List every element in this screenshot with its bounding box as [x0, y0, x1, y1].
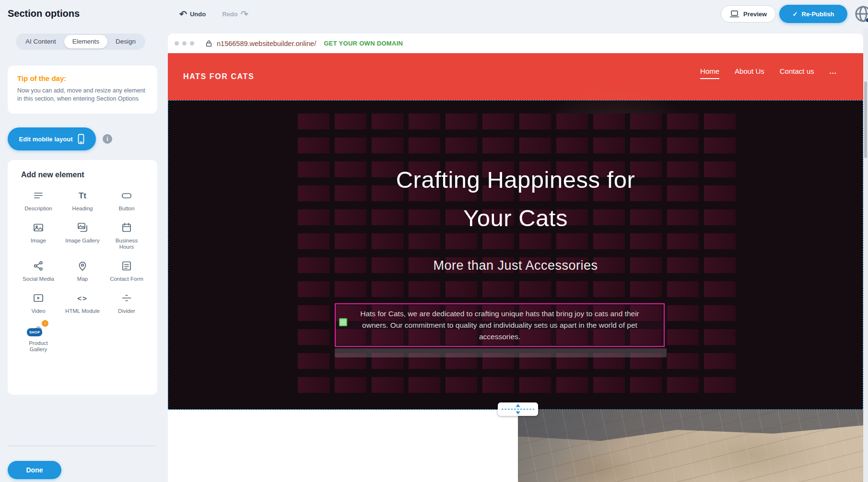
hero-subtitle[interactable]: More than Just Accessories [168, 258, 863, 273]
element-product-gallery[interactable]: SHOP ↑ Product Gallery [16, 323, 60, 353]
nav-more-menu[interactable]: ... [829, 67, 837, 79]
info-icon[interactable]: i [103, 134, 112, 144]
video-icon [32, 291, 45, 305]
site-header: HATS FOR CATS Home About Us Contact us .… [168, 53, 863, 100]
hero-description: Hats for Cats, we are dedicated to craft… [348, 308, 651, 343]
image-gallery-icon [76, 221, 89, 234]
product-gallery-icon: SHOP ↑ [32, 323, 45, 337]
redo-button[interactable]: Redo ↷ [222, 10, 248, 19]
element-social-media[interactable]: Social Media [16, 259, 60, 282]
phone-icon [78, 134, 84, 144]
undo-icon: ↶ [179, 10, 187, 19]
edit-mobile-layout-button[interactable]: Edit mobile layout [8, 127, 96, 150]
lock-icon [206, 40, 212, 47]
element-placeholder-bar [335, 348, 667, 357]
check-icon: ✓ [793, 11, 798, 18]
pavement-photo [518, 410, 863, 482]
republish-label: Re-Publish [802, 11, 834, 18]
add-element-title: Add new element [16, 171, 149, 179]
tab-ai-content[interactable]: AI Content [17, 35, 64, 48]
business-hours-icon [120, 221, 133, 234]
vertical-scrollbar[interactable] [863, 28, 868, 482]
get-domain-link[interactable]: GET YOUR OWN DOMAIN [324, 40, 403, 47]
hero-title[interactable]: Crafting Happiness for Your Cats [168, 161, 863, 237]
nav-about-us[interactable]: About Us [735, 67, 764, 79]
tab-design[interactable]: Design [107, 35, 144, 48]
element-image[interactable]: Image [16, 221, 60, 250]
redo-label: Redo [222, 11, 238, 18]
element-heading[interactable]: Tt Heading [60, 189, 105, 212]
map-pin-icon [76, 259, 89, 273]
element-html-module[interactable]: <> HTML Module [60, 291, 105, 314]
shop-upgrade-icon: ↑ [42, 320, 48, 327]
description-icon [32, 189, 45, 202]
notification-dot [866, 18, 868, 22]
site-nav: Home About Us Contact us ... [700, 67, 837, 79]
window-control-dots [175, 41, 194, 46]
site-url[interactable]: n1566589.websitebuilder.online/ [217, 40, 316, 47]
redo-icon: ↷ [241, 10, 248, 19]
tip-body: Now you can add, move and resize any ele… [17, 87, 148, 103]
social-media-icon [32, 259, 45, 273]
element-grid: Description Tt Heading Button Image Imag… [16, 189, 149, 353]
divider-icon [120, 291, 133, 305]
add-element-panel: Add new element Description Tt Heading B… [8, 160, 157, 395]
image-icon [32, 221, 45, 234]
element-image-gallery[interactable]: Image Gallery [60, 221, 105, 250]
element-business-hours[interactable]: Business Hours [105, 221, 149, 250]
element-contact-form[interactable]: Contact Form [105, 259, 149, 282]
scrollbar-thumb[interactable] [864, 81, 867, 158]
undo-redo-group: ↶ Undo Redo ↷ [179, 0, 248, 28]
element-drag-handle[interactable] [339, 318, 347, 326]
edit-mobile-label: Edit mobile layout [19, 136, 73, 143]
republish-button[interactable]: ✓ Re-Publish [779, 5, 847, 23]
element-map[interactable]: Map [60, 259, 105, 282]
site-logo[interactable]: HATS FOR CATS [183, 72, 254, 81]
element-description[interactable]: Description [16, 189, 60, 212]
preview-icon [730, 10, 739, 18]
element-divider[interactable]: Divider [105, 291, 149, 314]
tab-elements[interactable]: Elements [64, 35, 107, 48]
nav-contact-us[interactable]: Contact us [780, 67, 814, 79]
hero-section[interactable]: Crafting Happiness for Your Cats More th… [168, 100, 863, 410]
button-icon [120, 189, 133, 202]
undo-label: Undo [190, 11, 206, 18]
tip-of-the-day-card: Tip of the day: Now you can add, move an… [8, 66, 157, 114]
undo-button[interactable]: ↶ Undo [179, 10, 206, 19]
element-button[interactable]: Button [105, 189, 149, 212]
next-section[interactable] [168, 410, 863, 482]
selected-text-element[interactable]: Hats for Cats, we are dedicated to craft… [335, 303, 665, 347]
preview-label: Preview [743, 11, 767, 18]
heading-icon: Tt [76, 189, 89, 202]
nav-home[interactable]: Home [700, 67, 719, 79]
browser-bar: n1566589.websitebuilder.online/ GET YOUR… [168, 34, 863, 53]
section-resize-handle[interactable] [498, 402, 538, 416]
tip-title: Tip of the day: [17, 74, 148, 82]
preview-button[interactable]: Preview [721, 5, 776, 23]
page-title: Section options [8, 8, 80, 19]
sidebar-tabs: AI Content Elements Design [16, 34, 145, 50]
html-module-icon: <> [76, 291, 89, 305]
contact-form-icon [120, 259, 133, 273]
element-video[interactable]: Video [16, 291, 60, 314]
photo-texture [518, 410, 863, 482]
shop-badge: SHOP [27, 328, 42, 336]
done-button[interactable]: Done [8, 461, 61, 479]
sidebar-divider [8, 446, 156, 446]
